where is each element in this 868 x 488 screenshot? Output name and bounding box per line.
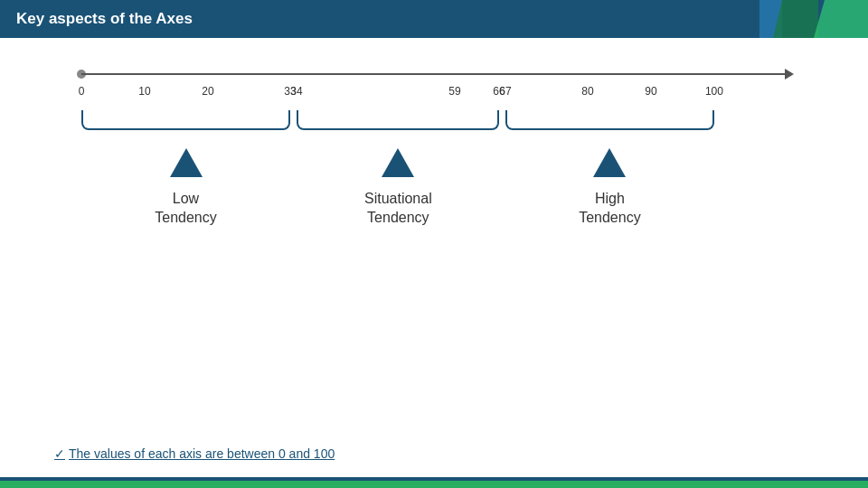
tick-label-80: 80 [581,85,593,98]
tendency-label-high: HighTendency [579,190,641,228]
arrow-row [81,145,787,181]
tick-label-34: 34 [290,85,302,98]
footnote: ✓The values of each axis are between 0 a… [54,446,335,461]
header-bar: Key aspects of the Axes [0,0,868,38]
tick-label-10: 10 [138,85,150,98]
tick-label-100: 100 [705,85,723,98]
situational-arrow [382,148,414,177]
high-arrow [593,148,626,177]
axis-line [81,65,787,83]
tick-label-20: 20 [202,85,213,98]
tick-label-90: 90 [645,85,656,98]
tick-row: 0102033345966678090100 [81,85,787,107]
tendency-label-low: LowTendency [155,190,217,228]
tendency-label-situational: SituationalTendency [364,190,432,228]
tick-label-67: 67 [499,85,511,98]
page-title: Key aspects of the Axes [16,10,193,28]
number-line-container: 0102033345966678090100 LowTendencySituat… [81,65,787,244]
tick-label-0: 0 [79,85,85,98]
main-content: 0102033345966678090100 LowTendencySituat… [0,38,868,477]
axis-track [81,73,787,75]
decor-shape-green [814,0,868,38]
low-arrow [170,148,203,177]
bracket-row [81,110,787,137]
situational-bracket [297,110,499,130]
tick-label-59: 59 [448,85,460,98]
bottom-bar [0,481,868,488]
checkmark-icon: ✓ [54,446,65,461]
footnote-text: The values of each axis are between 0 an… [69,446,335,461]
high-bracket [505,110,714,130]
low-bracket [81,110,290,130]
corner-decoration [760,0,868,38]
label-row: LowTendencySituationalTendencyHighTenden… [81,190,787,244]
